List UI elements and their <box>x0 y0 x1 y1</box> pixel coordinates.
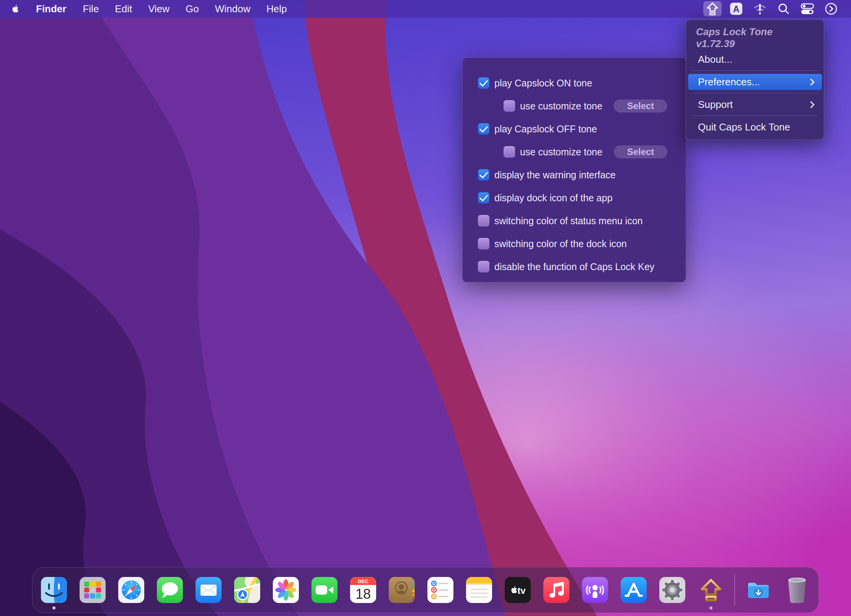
dock-item-system-preferences[interactable] <box>659 577 685 603</box>
select-off-tone-button[interactable]: Select <box>614 145 667 158</box>
svg-text:A: A <box>733 4 740 14</box>
safari-icon <box>118 577 144 603</box>
finder-icon <box>41 577 67 603</box>
menu-item-preferences[interactable]: Preferences... <box>688 74 822 90</box>
dock-item-reminders[interactable] <box>427 577 453 603</box>
launchpad-icon <box>80 577 106 603</box>
menu-separator <box>691 70 818 71</box>
menu-finder[interactable]: Finder <box>28 0 75 18</box>
control-center-status-item[interactable] <box>798 1 817 16</box>
chevron-right-icon <box>807 78 814 85</box>
pref-label: use customize tone <box>520 101 602 112</box>
caps-lock-tone-app-icon <box>698 577 724 603</box>
dock-item-notes[interactable] <box>466 577 492 603</box>
svg-text:tv: tv <box>517 585 526 596</box>
system-preferences-icon <box>659 577 685 603</box>
menu-separator <box>691 93 818 93</box>
dock-item-contacts[interactable] <box>389 577 415 603</box>
circle-chevron-icon <box>824 2 838 16</box>
contacts-icon <box>389 577 415 603</box>
music-icon <box>543 577 569 603</box>
dock-item-finder[interactable] <box>41 577 67 603</box>
dock-item-podcasts[interactable] <box>582 577 608 603</box>
pref-label: display dock icon of the app <box>494 192 613 204</box>
select-on-tone-button[interactable]: Select <box>614 99 667 112</box>
pref-label: switching color of the dock icon <box>494 238 627 249</box>
pref-row-play-off-tone: play Capslock OFF tone <box>478 122 667 136</box>
svg-text:18: 18 <box>355 586 371 602</box>
running-indicator <box>52 606 55 609</box>
menu-edit[interactable]: Edit <box>107 0 140 18</box>
checkbox-play-on-tone[interactable] <box>478 77 489 89</box>
pref-row-play-on-tone: play Capslock ON tone <box>478 76 667 90</box>
menu-item-about[interactable]: About... <box>688 51 822 67</box>
dock-item-downloads[interactable] <box>745 577 771 603</box>
pref-row-dock-icon-color: switching color of the dock icon <box>478 237 667 251</box>
dock-item-photos[interactable] <box>273 577 299 603</box>
pref-label: disable the function of Caps Lock Key <box>494 261 654 272</box>
dock-item-launchpad[interactable] <box>80 577 106 603</box>
wifi-status-item[interactable] <box>751 1 769 16</box>
calendar-icon: DEC 18 <box>350 577 376 603</box>
spotlight-status-item[interactable] <box>774 1 793 16</box>
menu-bar: Finder File Edit View Go Window Help A <box>0 0 851 18</box>
pref-row-customize-off: use customize tone Select <box>504 145 667 159</box>
dock-item-facetime[interactable] <box>311 577 337 603</box>
menu-help[interactable]: Help <box>258 0 295 18</box>
dock-item-calendar[interactable]: DEC 18 <box>350 577 376 603</box>
status-bar: A <box>703 0 851 18</box>
menu-item-preferences-label: Preferences... <box>698 76 760 88</box>
search-icon <box>778 3 790 15</box>
caps-lock-tone-status-item[interactable] <box>703 1 722 16</box>
circle-chevron-status-item[interactable] <box>822 1 840 16</box>
reminders-icon <box>427 577 453 603</box>
menu-window[interactable]: Window <box>207 0 258 18</box>
menu-view[interactable]: View <box>140 0 178 18</box>
checkbox-disable-capslock[interactable] <box>478 261 489 272</box>
pref-label: use customize tone <box>520 147 602 158</box>
preferences-panel: play Capslock ON tone use customize tone… <box>462 57 686 282</box>
dock-item-apple-tv[interactable]: tv <box>505 577 531 603</box>
pref-row-customize-on: use customize tone Select <box>504 99 667 113</box>
pref-label: play Capslock OFF tone <box>494 124 597 135</box>
dock-item-safari[interactable] <box>118 577 144 603</box>
dock-item-caps-lock-tone[interactable] <box>698 577 724 603</box>
podcasts-icon <box>582 577 608 603</box>
menu-file[interactable]: File <box>75 0 107 18</box>
svg-text:DEC: DEC <box>358 579 368 584</box>
menu-item-support[interactable]: Support <box>688 96 822 112</box>
caps-lock-icon <box>706 2 719 16</box>
dock-item-maps[interactable] <box>234 577 260 603</box>
running-indicator <box>709 606 712 609</box>
pref-row-disable-capslock: disable the function of Caps Lock Key <box>478 260 667 274</box>
photos-icon <box>273 577 299 603</box>
trash-icon <box>785 576 809 604</box>
caps-lock-tone-menu: Caps Lock Tone v1.72.39 About... Prefere… <box>686 20 824 140</box>
checkbox-dock-icon-color[interactable] <box>478 238 489 249</box>
menu-go[interactable]: Go <box>178 0 207 18</box>
facetime-icon <box>311 577 337 603</box>
dock-item-app-store[interactable] <box>621 577 647 603</box>
control-center-icon <box>800 2 815 15</box>
dock-item-trash[interactable] <box>784 577 810 603</box>
dock-item-messages[interactable] <box>157 577 183 603</box>
menu-item-support-label: Support <box>698 99 733 111</box>
dock-item-music[interactable] <box>543 577 569 603</box>
input-source-icon: A <box>729 2 743 16</box>
macos-desktop: { "menu_bar": { "items": ["Finder", "Fil… <box>0 0 851 616</box>
checkbox-dock-icon[interactable] <box>478 192 489 204</box>
menu-item-quit[interactable]: Quit Caps Lock Tone <box>688 119 822 135</box>
maps-icon <box>234 577 260 603</box>
input-source-status-item[interactable]: A <box>727 1 745 16</box>
apple-menu[interactable] <box>10 3 21 14</box>
menu-bar-left: Finder File Edit View Go Window Help <box>0 0 295 18</box>
pref-label: display the warning interface <box>494 169 616 181</box>
checkbox-customize-off[interactable] <box>504 146 515 158</box>
checkbox-customize-on[interactable] <box>504 100 515 112</box>
checkbox-warning-interface[interactable] <box>478 169 489 181</box>
checkbox-play-off-tone[interactable] <box>478 123 489 135</box>
messages-icon <box>157 577 183 603</box>
dock-item-mail[interactable] <box>196 577 222 603</box>
pref-label: switching color of status menu icon <box>494 215 643 227</box>
checkbox-status-menu-color[interactable] <box>478 215 489 227</box>
